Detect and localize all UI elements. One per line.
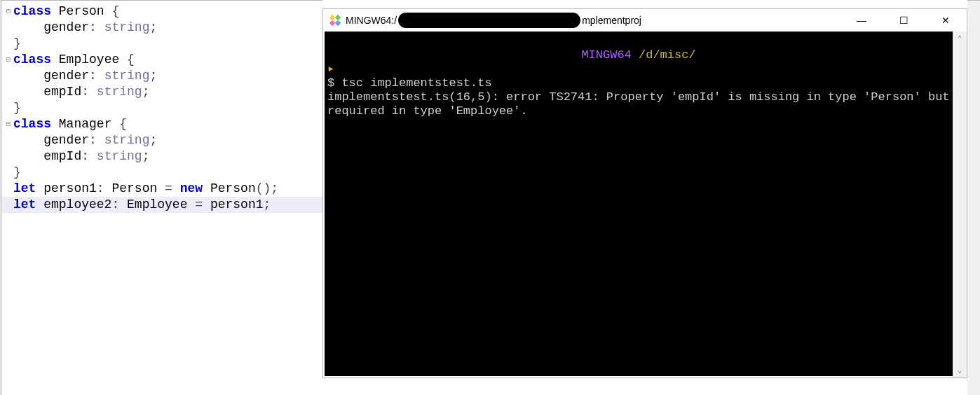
fold-marker [4,36,13,52]
terminal-window: MINGW64:/ mplementproj — ☐ ✕ MINGW64 /d/… [322,8,967,378]
terminal-body[interactable]: MINGW64 /d/misc/▸$ tsc implementstest.ts… [325,32,953,376]
code-content: class Person { [13,4,322,20]
fold-marker [4,197,13,213]
path-label: /d/misc/ [632,48,696,62]
code-line[interactable]: ⊟class Person { [2,4,322,20]
code-line[interactable]: let employee2: Employee = person1; [2,197,322,213]
fold-marker[interactable]: ⊟ [4,4,13,20]
code-content: let person1: Person = new Person(); [13,181,322,197]
code-line[interactable]: empId: string; [2,148,322,165]
code-content: class Manager { [13,116,322,132]
scroll-up-icon[interactable]: ⌃ [953,32,967,46]
title-prefix: MINGW64:/ [346,15,397,26]
fold-marker [4,181,13,197]
fold-marker [4,20,13,36]
terminal-header-line: MINGW64 /d/misc/ [327,48,950,62]
scroll-down-icon[interactable]: ⌄ [953,363,967,377]
terminal-yellow-marker: ▸ [327,62,950,76]
code-line[interactable]: } [2,36,322,52]
code-line[interactable]: gender: string; [2,132,322,148]
error-output: implementstest.ts(16,5): error TS2741: P… [327,90,950,118]
svg-rect-1 [335,15,341,20]
code-area[interactable]: ⊟class Person { gender: string;}⊟class E… [2,4,322,213]
code-line[interactable]: gender: string; [2,68,322,84]
env-label: MINGW64 [581,48,631,62]
prompt: $ [327,76,341,90]
fold-marker [4,100,13,116]
code-content: } [13,165,322,181]
mingw-icon [329,14,341,27]
code-line[interactable]: let person1: Person = new Person(); [2,181,322,197]
window-controls: — ☐ ✕ [841,9,967,32]
close-button[interactable]: ✕ [925,9,967,32]
fold-marker [4,148,13,165]
command-text: tsc implementstest.ts [341,76,491,90]
code-content: } [13,36,322,52]
code-content: } [13,100,322,116]
code-content: let employee2: Employee = person1; [13,197,322,213]
command-line: $ tsc implementstest.ts [327,76,950,90]
code-line[interactable]: } [2,165,322,181]
fold-marker[interactable]: ⊟ [4,116,13,132]
svg-rect-2 [329,20,335,26]
redacted-path [398,13,580,28]
code-line[interactable]: gender: string; [2,20,322,36]
code-line[interactable]: ⊟class Employee { [2,52,322,68]
code-content: gender: string; [13,68,322,84]
page-scrollbar[interactable] [967,0,980,395]
svg-rect-0 [329,15,335,20]
code-content: gender: string; [13,132,322,148]
code-content: class Employee { [13,52,322,68]
maximize-button[interactable]: ☐ [883,9,925,32]
code-editor-pane[interactable]: ⊟class Person { gender: string;}⊟class E… [0,0,322,395]
terminal-scrollbar[interactable]: ⌃ ⌄ [953,32,967,377]
window-title: MINGW64:/ mplementproj [346,13,641,28]
code-content: empId: string; [13,84,322,100]
code-content: gender: string; [13,20,322,36]
fold-marker[interactable]: ⊟ [4,52,13,68]
fold-marker [4,68,13,84]
fold-marker [4,132,13,148]
code-content: empId: string; [13,148,322,165]
title-bar[interactable]: MINGW64:/ mplementproj — ☐ ✕ [323,9,967,32]
code-line[interactable]: } [2,100,322,116]
title-suffix: mplementproj [582,15,641,26]
minimize-button[interactable]: — [841,9,883,32]
fold-marker [4,84,13,100]
code-line[interactable]: ⊟class Manager { [2,116,322,132]
fold-marker [4,165,13,181]
svg-rect-3 [335,20,341,26]
code-line[interactable]: empId: string; [2,84,322,100]
